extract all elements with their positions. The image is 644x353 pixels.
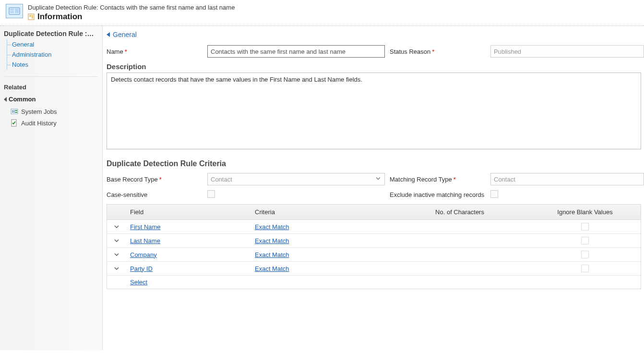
criteria-table-header: Field Criteria No. of Characters Ignore …: [107, 205, 641, 220]
case-sensitive-checkbox[interactable]: [207, 190, 215, 198]
base-record-type-label: Base Record Type*: [107, 176, 203, 183]
table-row: First Name Exact Match: [107, 220, 641, 234]
svg-rect-3: [15, 9, 19, 13]
svg-rect-5: [29, 15, 31, 17]
page-title: Duplicate Detection Rule: Contacts with …: [28, 4, 638, 11]
entity-icon: [6, 4, 23, 18]
criteria-link[interactable]: Exact Match: [251, 237, 390, 244]
table-row: Party ID Exact Match: [107, 262, 641, 276]
page-header: Duplicate Detection Rule: Contacts with …: [0, 0, 644, 26]
svg-rect-6: [32, 15, 33, 19]
sidebar-item-general[interactable]: General: [7, 39, 97, 49]
sidebar-item-administration[interactable]: Administration: [7, 49, 97, 60]
ignore-blank-checkbox[interactable]: [581, 223, 589, 231]
section-general-header[interactable]: General: [107, 31, 644, 38]
audit-icon: [11, 119, 18, 127]
description-label: Description: [107, 62, 644, 71]
sidebar-group-label: Common: [9, 96, 36, 103]
table-row-select: Select: [107, 276, 641, 289]
criteria-link[interactable]: Exact Match: [251, 265, 390, 272]
svg-rect-8: [12, 110, 13, 113]
svg-rect-2: [10, 11, 14, 13]
name-field[interactable]: [207, 45, 385, 58]
criteria-section-title: Duplicate Detection Rule Criteria: [107, 159, 644, 168]
col-chars: No. of Characters: [390, 208, 529, 216]
exclude-inactive-checkbox[interactable]: [490, 190, 498, 198]
case-sensitive-label: Case-sensitive: [107, 191, 203, 198]
status-reason-field[interactable]: [490, 45, 644, 58]
sidebar-related-heading: Related: [4, 84, 97, 91]
criteria-table: Field Criteria No. of Characters Ignore …: [107, 204, 641, 289]
table-row: Company Exact Match: [107, 248, 641, 262]
field-link[interactable]: Last Name: [126, 237, 251, 244]
sidebar-item-label: Audit History: [21, 120, 57, 127]
ignore-blank-checkbox[interactable]: [581, 265, 589, 272]
row-menu-button[interactable]: [107, 266, 126, 271]
base-record-type-select[interactable]: [207, 173, 385, 185]
sidebar-divider: [4, 76, 97, 77]
sidebar-item-notes[interactable]: Notes: [7, 60, 97, 70]
field-link[interactable]: First Name: [126, 223, 251, 231]
caret-icon: [4, 97, 7, 102]
sidebar-group-common[interactable]: Common: [4, 96, 97, 103]
sidebar-item-system-jobs[interactable]: System Jobs: [11, 106, 97, 117]
select-field-link[interactable]: Select: [126, 279, 251, 286]
matching-record-type-field[interactable]: [490, 173, 644, 185]
exclude-inactive-label: Exclude inactive matching records: [390, 191, 486, 198]
sidebar: Duplicate Detection Rule :… General Admi…: [0, 26, 103, 350]
section-label: General: [113, 31, 137, 38]
collapse-icon: [107, 32, 110, 37]
status-reason-label: Status Reason*: [390, 48, 486, 55]
table-row: Last Name Exact Match: [107, 234, 641, 248]
name-label: Name*: [107, 48, 203, 55]
row-menu-button[interactable]: [107, 238, 126, 243]
matching-record-type-label: Matching Record Type*: [390, 176, 486, 183]
description-field[interactable]: Detects contact records that have the sa…: [107, 73, 641, 149]
ignore-blank-checkbox[interactable]: [581, 251, 589, 258]
svg-rect-10: [15, 110, 17, 111]
sidebar-item-audit-history[interactable]: Audit History: [11, 117, 97, 129]
sidebar-item-label: System Jobs: [21, 108, 57, 115]
col-field: Field: [126, 208, 251, 216]
criteria-link[interactable]: Exact Match: [251, 251, 390, 258]
content-area: General Name* Status Reason* Description…: [103, 26, 644, 350]
col-criteria: Criteria: [251, 208, 390, 216]
row-menu-button[interactable]: [107, 252, 126, 257]
svg-rect-9: [13, 110, 14, 113]
row-menu-button[interactable]: [107, 224, 126, 230]
field-link[interactable]: Company: [126, 251, 251, 258]
ignore-blank-checkbox[interactable]: [581, 237, 589, 244]
info-icon: [28, 13, 35, 20]
criteria-link[interactable]: Exact Match: [251, 223, 390, 231]
sidebar-title: Duplicate Detection Rule :…: [4, 30, 97, 37]
jobs-icon: [11, 108, 18, 115]
field-link[interactable]: Party ID: [126, 265, 251, 272]
svg-rect-11: [15, 112, 17, 113]
page-subtitle: Information: [37, 12, 83, 22]
col-ignore-blank: Ignore Blank Values: [529, 208, 641, 216]
svg-rect-1: [10, 9, 14, 11]
